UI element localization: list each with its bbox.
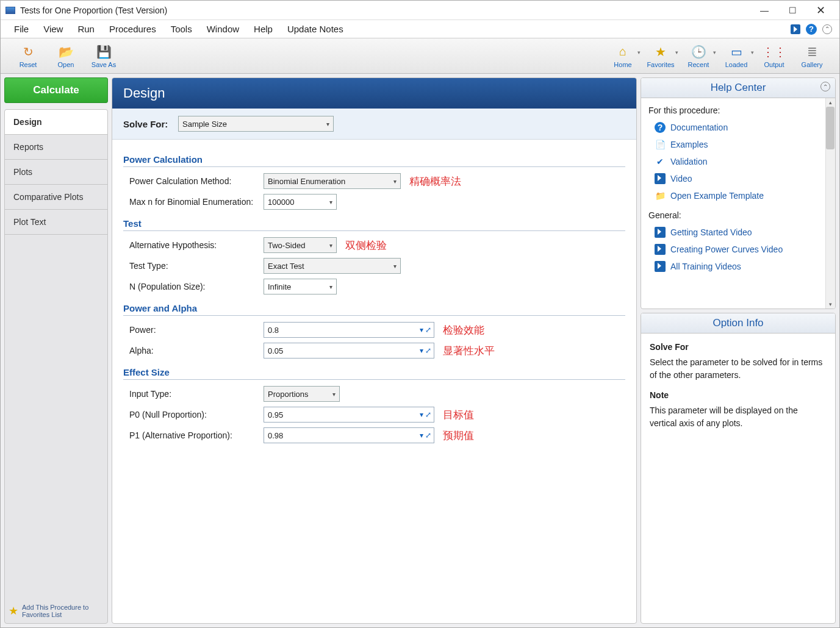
chevron-down-icon: ▾ — [393, 178, 397, 185]
scrollbar-thumb[interactable] — [826, 107, 835, 149]
scroll-down-icon[interactable]: ▾ — [825, 300, 835, 309]
main-area: Calculate Design Reports Plots Comparati… — [1, 74, 839, 627]
toolbar-recent[interactable]: 🕒Recent — [680, 41, 717, 71]
tab-design[interactable]: Design — [5, 110, 107, 135]
collapse-icon[interactable]: ⌃ — [821, 23, 833, 35]
help-group-general: General: — [648, 210, 828, 220]
toolbar-loaded[interactable]: ▭Loaded — [717, 41, 755, 71]
help-center-title: Help Center ⌃ — [641, 78, 835, 98]
input-max-n[interactable]: 100000▾ — [264, 194, 337, 210]
option-info-title: Option Info — [641, 313, 835, 334]
expand-icon[interactable]: ⤢ — [425, 346, 431, 355]
label-input-type: Input Type: — [123, 389, 264, 399]
maximize-button[interactable]: ☐ — [778, 1, 806, 20]
help-validation[interactable]: ✔Validation — [648, 153, 828, 170]
menu-update-notes[interactable]: Update Notes — [280, 21, 351, 37]
toolbar: ↻Reset 📂Open 💾Save As ⌂Home ★Favorites 🕒… — [1, 38, 839, 74]
section-power-calculation: Power Calculation — [123, 154, 625, 167]
select-test-type[interactable]: Exact Test▾ — [264, 258, 401, 274]
output-icon: ⋮⋮ — [766, 44, 782, 60]
tab-plots[interactable]: Plots — [5, 160, 107, 185]
input-p1[interactable]: 0.98▾⤢ — [264, 427, 434, 443]
expand-icon[interactable]: ⤢ — [425, 410, 431, 419]
annotation: 显著性水平 — [443, 344, 495, 358]
annotation: 精确概率法 — [409, 174, 461, 188]
close-button[interactable]: ✕ — [806, 1, 835, 20]
expand-icon[interactable]: ⤢ — [425, 431, 431, 440]
menu-run[interactable]: Run — [70, 21, 102, 37]
tab-comparative-plots[interactable]: Comparative Plots — [5, 185, 107, 210]
annotation: 双侧检验 — [345, 238, 387, 252]
add-favorite-link[interactable]: ★ Add This Procedure to Favorites List — [5, 599, 107, 623]
panel-header: Design — [112, 78, 636, 109]
chevron-down-icon: ▾ — [329, 242, 332, 249]
center-panel: Design Solve For: Sample Size▾ Power Cal… — [112, 77, 637, 624]
info-text: Select the parameter to be solved for in… — [650, 356, 827, 382]
chevron-down-icon[interactable]: ▾ — [420, 410, 423, 419]
annotation: 目标值 — [443, 408, 474, 422]
chevron-down-icon: ▾ — [329, 199, 332, 205]
toolbar-favorites[interactable]: ★Favorites — [642, 41, 680, 71]
help-documentation[interactable]: ?Documentation — [648, 119, 828, 136]
chevron-down-icon[interactable]: ▾ — [420, 326, 423, 334]
right-column: Help Center ⌃ For this procedure: ?Docum… — [641, 77, 836, 624]
help-all-training[interactable]: All Training Videos — [648, 258, 828, 275]
toolbar-reset[interactable]: ↻Reset — [9, 41, 47, 71]
input-p0[interactable]: 0.95▾⤢ — [264, 407, 434, 423]
input-alpha[interactable]: 0.05▾⤢ — [264, 343, 434, 359]
chevron-down-icon[interactable]: ▾ — [420, 346, 423, 355]
collapse-icon[interactable]: ⌃ — [820, 82, 830, 91]
toolbar-gallery[interactable]: ≣Gallery — [793, 41, 831, 71]
tab-plot-text[interactable]: Plot Text — [5, 210, 107, 235]
chevron-down-icon: ▾ — [326, 121, 329, 127]
document-icon: 📄 — [655, 139, 666, 150]
help-getting-started[interactable]: Getting Started Video — [648, 224, 828, 241]
menu-window[interactable]: Window — [199, 21, 246, 37]
scroll-up-icon[interactable]: ▴ — [825, 98, 835, 107]
solve-for-select[interactable]: Sample Size▾ — [178, 116, 334, 132]
label-max-n: Max n for Binomial Enumeration: — [123, 197, 264, 207]
expand-icon[interactable]: ⤢ — [425, 326, 431, 334]
help-icon: ? — [655, 122, 666, 133]
help-video[interactable]: Video — [648, 170, 828, 187]
select-input-type[interactable]: Proportions▾ — [264, 386, 340, 402]
play-icon — [655, 261, 666, 272]
select-alt-hypothesis[interactable]: Two-Sided▾ — [264, 237, 337, 253]
window-title: Tests for One Proportion (Test Version) — [20, 5, 750, 15]
solve-for-row: Solve For: Sample Size▾ — [112, 109, 636, 140]
toolbar-saveas[interactable]: 💾Save As — [85, 41, 123, 71]
form-body: Power Calculation Power Calculation Meth… — [112, 140, 636, 623]
toolbar-home[interactable]: ⌂Home — [604, 41, 642, 71]
label-power: Power: — [123, 325, 264, 335]
minimize-button[interactable]: — — [750, 1, 778, 20]
menu-tools[interactable]: Tools — [163, 21, 199, 37]
info-heading: Note — [650, 389, 827, 402]
app-icon — [5, 7, 15, 14]
help-power-curves[interactable]: Creating Power Curves Video — [648, 241, 828, 258]
menu-file[interactable]: File — [7, 21, 36, 37]
menu-help[interactable]: Help — [246, 21, 280, 37]
scrollbar[interactable]: ▴ ▾ — [825, 98, 835, 309]
label-power-calc-method: Power Calculation Method: — [123, 176, 264, 186]
play-icon — [655, 173, 666, 184]
calculate-button[interactable]: Calculate — [4, 77, 108, 103]
solve-for-label: Solve For: — [123, 119, 178, 129]
help-open-template[interactable]: 📁Open Example Template — [648, 187, 828, 204]
input-power[interactable]: 0.8▾⤢ — [264, 322, 434, 338]
menu-procedures[interactable]: Procedures — [102, 21, 163, 37]
toolbar-open[interactable]: 📂Open — [47, 41, 85, 71]
play-icon[interactable] — [789, 23, 802, 35]
chevron-down-icon[interactable]: ▾ — [420, 431, 423, 440]
help-icon[interactable]: ? — [805, 23, 817, 35]
help-center-panel: Help Center ⌃ For this procedure: ?Docum… — [641, 77, 836, 309]
tab-reports[interactable]: Reports — [5, 135, 107, 160]
label-test-type: Test Type: — [123, 261, 264, 271]
label-alt-hypothesis: Alternative Hypothesis: — [123, 240, 264, 250]
menu-view[interactable]: View — [36, 21, 70, 37]
toolbar-output[interactable]: ⋮⋮Output — [755, 41, 793, 71]
help-examples[interactable]: 📄Examples — [648, 136, 828, 153]
input-population-size[interactable]: Infinite▾ — [264, 279, 337, 294]
label-p0: P0 (Null Proportion): — [123, 410, 264, 419]
select-power-calc-method[interactable]: Binomial Enumeration▾ — [264, 173, 401, 189]
chevron-down-icon: ▾ — [329, 284, 332, 290]
